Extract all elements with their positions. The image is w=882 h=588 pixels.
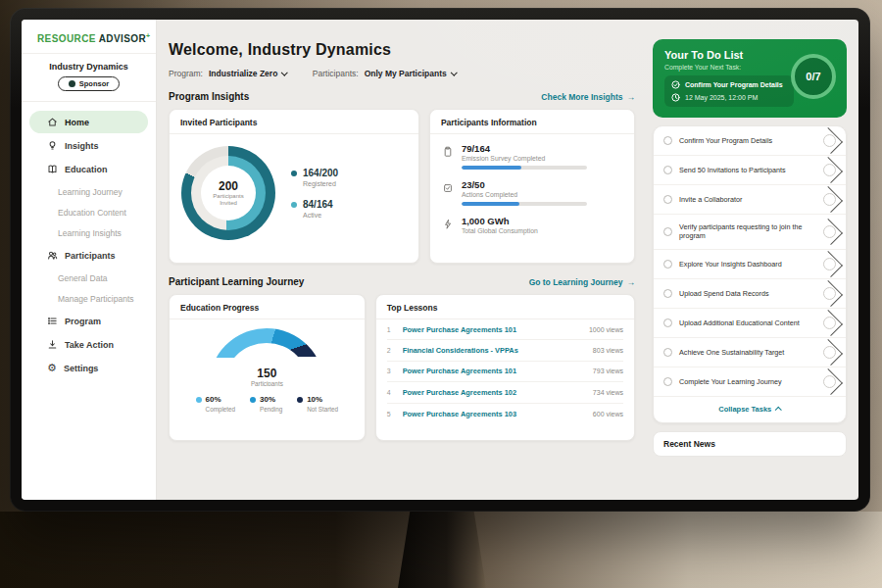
next-task-box: Confirm Your Program Details 12 May 2025… — [664, 75, 794, 107]
check-more-insights-link[interactable]: Check More Insights → — [541, 92, 635, 102]
lesson-rank: 5 — [387, 411, 395, 417]
task-row-achieve-target[interactable]: Achieve One Sustainability Target — [654, 338, 846, 368]
sidebar-item-manage-participants[interactable]: Manage Participants — [22, 288, 156, 309]
task-label: Upload Additional Educational Content — [679, 318, 816, 327]
lesson-link[interactable]: Power Purchase Agreements 102 — [403, 388, 585, 397]
lesson-rank: 2 — [387, 347, 395, 354]
task-checkbox[interactable] — [663, 260, 672, 269]
recent-news-title: Recent News — [663, 439, 715, 449]
gauge-center: 150 Participants — [209, 367, 324, 386]
list-icon — [47, 316, 58, 326]
gear-icon: ⚙ — [47, 363, 57, 373]
progress-fill — [462, 202, 519, 206]
task-checkbox[interactable] — [663, 289, 672, 298]
sidebar-item-label: Program — [65, 317, 101, 326]
todo-progress-value: 0/7 — [806, 71, 820, 82]
task-checkbox[interactable] — [663, 318, 672, 327]
registered-value: 164/200 — [303, 168, 338, 178]
task-checkbox[interactable] — [663, 227, 672, 236]
task-open-button[interactable] — [823, 287, 836, 300]
task-open-button[interactable] — [823, 346, 836, 359]
gauge-center-value: 150 — [209, 367, 324, 380]
task-open-button[interactable] — [823, 164, 836, 176]
task-checkbox[interactable] — [663, 166, 672, 174]
task-row-send-invitations[interactable]: Send 50 Invitations to Participants — [654, 156, 846, 185]
sidebar-nav: Home Insights Education Learning Journey… — [22, 102, 156, 379]
task-checkbox[interactable] — [663, 348, 672, 357]
lesson-row: 3 Power Purchase Agreements 101 793 view… — [387, 362, 623, 382]
progress-fill — [462, 166, 521, 170]
program-filter-dropdown[interactable]: Industrialize Zero — [209, 69, 287, 78]
sidebar-item-participants[interactable]: Participants — [29, 244, 148, 267]
task-checkbox[interactable] — [663, 377, 672, 386]
task-row-complete-learning-journey[interactable]: Complete Your Learning Journey — [654, 368, 846, 397]
lesson-link[interactable]: Power Purchase Agreements 103 — [403, 410, 585, 418]
clock-icon — [671, 93, 680, 102]
card-title: Education Progress — [170, 295, 365, 319]
sidebar-item-insights[interactable]: Insights — [29, 134, 148, 157]
learning-journey-header: Participant Learning Journey Go to Learn… — [169, 276, 635, 287]
task-open-button[interactable] — [823, 317, 836, 329]
task-row-verify-participants[interactable]: Verify participants requesting to join t… — [654, 215, 846, 250]
legend-dot — [196, 397, 202, 403]
lesson-views: 734 views — [593, 389, 623, 396]
book-icon — [47, 164, 58, 174]
sidebar-item-label: Learning Journey — [58, 187, 122, 197]
task-label: Invite a Collaborator — [679, 195, 816, 204]
card-title: Participants Information — [430, 110, 634, 134]
sidebar-item-education-content[interactable]: Education Content — [22, 202, 156, 222]
chevron-right-icon — [816, 310, 843, 336]
lesson-link[interactable]: Financial Considerations - VPPAs — [403, 346, 585, 355]
task-open-button[interactable] — [823, 258, 836, 270]
chevron-up-icon — [775, 407, 781, 413]
task-row-explore-insights[interactable]: Explore Your Insights Dashboard — [654, 250, 846, 279]
org-block: Industry Dynamics Sponsor — [22, 54, 156, 102]
task-open-button[interactable] — [823, 134, 836, 147]
task-open-button[interactable] — [823, 193, 836, 206]
lesson-rank: 1 — [387, 326, 395, 333]
lessons-list: 1 Power Purchase Agreements 101 1000 vie… — [376, 319, 634, 424]
task-row-upload-spend-data[interactable]: Upload Spend Data Records — [654, 279, 846, 309]
sidebar-item-home[interactable]: Home — [29, 111, 148, 133]
task-row-confirm-program[interactable]: Confirm Your Program Details — [654, 126, 846, 156]
sidebar-item-learning-insights[interactable]: Learning Insights — [22, 222, 156, 243]
brand-secondary: ADVISOR — [99, 33, 146, 44]
link-label: Go to Learning Journey — [529, 277, 623, 287]
lesson-link[interactable]: Power Purchase Agreements 101 — [403, 367, 585, 375]
pending-label: Pending — [260, 406, 282, 413]
legend-dot — [250, 397, 256, 403]
go-to-learning-journey-link[interactable]: Go to Learning Journey → — [529, 277, 635, 287]
sidebar-item-learning-journey[interactable]: Learning Journey — [22, 181, 156, 202]
task-row-invite-collaborator[interactable]: Invite a Collaborator — [654, 185, 846, 215]
task-row-upload-educational-content[interactable]: Upload Additional Educational Content — [654, 309, 846, 338]
lesson-rank: 3 — [387, 368, 395, 374]
participants-filter-dropdown[interactable]: Only My Participants — [365, 69, 457, 78]
sidebar-item-general-data[interactable]: General Data — [22, 268, 156, 288]
sidebar-item-take-action[interactable]: Take Action — [29, 333, 148, 356]
active-value: 84/164 — [303, 199, 333, 210]
lesson-row: 1 Power Purchase Agreements 101 1000 vie… — [387, 319, 623, 340]
todo-column: Your To Do List Complete Your Next Task:… — [649, 20, 858, 500]
sidebar-item-education[interactable]: Education — [29, 158, 148, 180]
legend-dot — [291, 171, 297, 176]
pending-pct: 30% — [260, 395, 275, 404]
task-checkbox[interactable] — [663, 195, 672, 204]
next-task-row: Confirm Your Program Details — [671, 80, 787, 89]
legend-item-pending: 30% Pending — [250, 395, 282, 413]
lesson-link[interactable]: Power Purchase Agreements 101 — [403, 325, 581, 334]
chevron-right-icon — [816, 186, 843, 213]
chevron-down-icon — [281, 69, 287, 74]
sidebar-item-program[interactable]: Program — [29, 310, 148, 332]
actions-completed-progress — [462, 202, 587, 206]
task-open-button[interactable] — [823, 375, 836, 388]
insights-cards-row: Invited Participants 200 Participants In… — [169, 109, 635, 264]
sidebar-item-settings[interactable]: ⚙ Settings — [29, 357, 148, 379]
energy-icon — [442, 216, 454, 234]
sidebar-item-label: Manage Participants — [58, 294, 134, 304]
task-open-button[interactable] — [823, 225, 836, 238]
actions-completed-label: Actions Completed — [462, 191, 587, 198]
collapse-tasks-link[interactable]: Collapse Tasks — [654, 397, 846, 422]
lesson-views: 793 views — [593, 368, 623, 374]
brand-plus: + — [146, 32, 151, 39]
task-checkbox[interactable] — [663, 136, 672, 145]
